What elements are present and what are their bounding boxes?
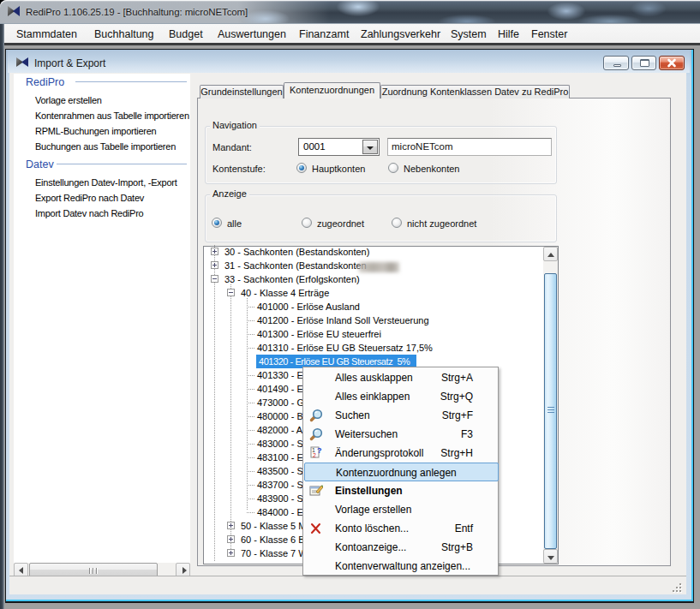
svg-text:?: ? [317, 446, 322, 455]
svg-text:2: 2 [313, 452, 316, 458]
